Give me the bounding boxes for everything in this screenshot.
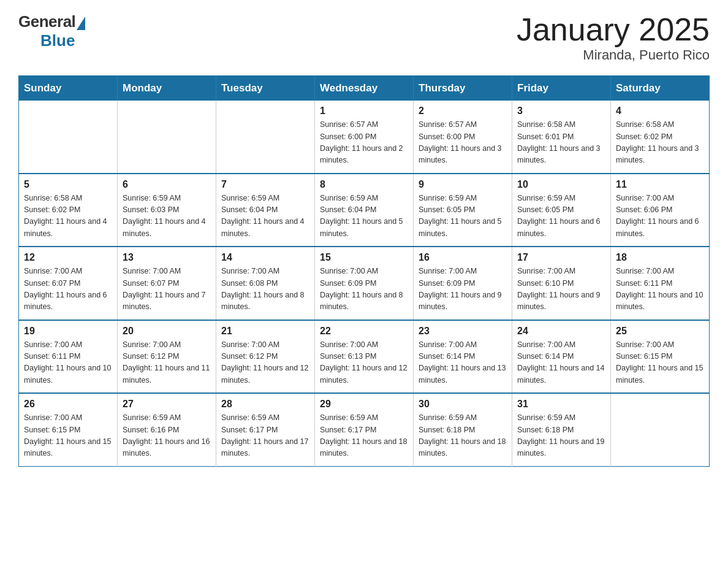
day-number: 9 bbox=[419, 179, 507, 190]
day-number: 26 bbox=[24, 399, 112, 410]
calendar-cell bbox=[216, 101, 315, 174]
day-number: 18 bbox=[616, 252, 704, 263]
calendar-cell bbox=[19, 101, 118, 174]
day-info: Sunrise: 6:59 AMSunset: 6:05 PMDaylight:… bbox=[517, 193, 605, 240]
calendar-week-row: 26Sunrise: 7:00 AMSunset: 6:15 PMDayligh… bbox=[19, 393, 710, 466]
day-info: Sunrise: 7:00 AMSunset: 6:09 PMDaylight:… bbox=[419, 266, 507, 313]
calendar-cell: 24Sunrise: 7:00 AMSunset: 6:14 PMDayligh… bbox=[512, 320, 611, 394]
calendar-cell: 1Sunrise: 6:57 AMSunset: 6:00 PMDaylight… bbox=[315, 101, 414, 174]
day-info: Sunrise: 7:00 AMSunset: 6:15 PMDaylight:… bbox=[24, 412, 112, 460]
day-info: Sunrise: 7:00 AMSunset: 6:07 PMDaylight:… bbox=[24, 266, 112, 313]
day-number: 4 bbox=[616, 105, 704, 117]
logo-blue-text: Blue bbox=[40, 31, 75, 50]
calendar-cell: 18Sunrise: 7:00 AMSunset: 6:11 PMDayligh… bbox=[611, 247, 710, 320]
day-info: Sunrise: 7:00 AMSunset: 6:09 PMDaylight:… bbox=[320, 266, 408, 313]
day-number: 27 bbox=[123, 399, 211, 410]
calendar-cell: 30Sunrise: 6:59 AMSunset: 6:18 PMDayligh… bbox=[414, 393, 512, 466]
weekday-header-saturday: Saturday bbox=[611, 76, 710, 101]
calendar-cell: 3Sunrise: 6:58 AMSunset: 6:01 PMDaylight… bbox=[512, 101, 611, 174]
day-info: Sunrise: 7:00 AMSunset: 6:13 PMDaylight:… bbox=[320, 339, 408, 387]
day-info: Sunrise: 7:00 AMSunset: 6:12 PMDaylight:… bbox=[221, 339, 309, 387]
day-number: 10 bbox=[517, 179, 605, 190]
day-info: Sunrise: 6:59 AMSunset: 6:17 PMDaylight:… bbox=[221, 412, 309, 460]
day-info: Sunrise: 6:59 AMSunset: 6:17 PMDaylight:… bbox=[320, 412, 408, 460]
day-number: 25 bbox=[616, 326, 704, 337]
day-number: 31 bbox=[517, 399, 605, 410]
weekday-header-thursday: Thursday bbox=[414, 76, 512, 101]
day-number: 2 bbox=[419, 105, 507, 117]
day-info: Sunrise: 6:58 AMSunset: 6:02 PMDaylight:… bbox=[24, 193, 112, 240]
calendar-week-row: 5Sunrise: 6:58 AMSunset: 6:02 PMDaylight… bbox=[19, 174, 710, 247]
calendar-cell: 5Sunrise: 6:58 AMSunset: 6:02 PMDaylight… bbox=[19, 174, 118, 247]
weekday-header-sunday: Sunday bbox=[19, 76, 118, 101]
day-number: 8 bbox=[320, 179, 408, 190]
day-number: 7 bbox=[221, 179, 309, 190]
day-info: Sunrise: 6:59 AMSunset: 6:18 PMDaylight:… bbox=[419, 412, 507, 460]
day-number: 1 bbox=[320, 105, 408, 117]
calendar-week-row: 19Sunrise: 7:00 AMSunset: 6:11 PMDayligh… bbox=[19, 320, 710, 394]
calendar-cell: 20Sunrise: 7:00 AMSunset: 6:12 PMDayligh… bbox=[118, 320, 216, 394]
calendar-cell: 31Sunrise: 6:59 AMSunset: 6:18 PMDayligh… bbox=[512, 393, 611, 466]
calendar-week-row: 1Sunrise: 6:57 AMSunset: 6:00 PMDaylight… bbox=[19, 101, 710, 174]
day-number: 14 bbox=[221, 252, 309, 263]
month-year-title: January 2025 bbox=[517, 12, 710, 47]
day-number: 3 bbox=[517, 105, 605, 117]
logo: General Blue bbox=[18, 12, 85, 50]
title-block: January 2025 Miranda, Puerto Rico bbox=[517, 12, 710, 63]
calendar-cell bbox=[611, 393, 710, 466]
weekday-header-tuesday: Tuesday bbox=[216, 76, 315, 101]
calendar-cell: 15Sunrise: 7:00 AMSunset: 6:09 PMDayligh… bbox=[315, 247, 414, 320]
day-info: Sunrise: 7:00 AMSunset: 6:08 PMDaylight:… bbox=[221, 266, 309, 313]
day-info: Sunrise: 7:00 AMSunset: 6:15 PMDaylight:… bbox=[616, 339, 704, 387]
location-subtitle: Miranda, Puerto Rico bbox=[517, 47, 710, 63]
day-info: Sunrise: 6:59 AMSunset: 6:16 PMDaylight:… bbox=[123, 412, 211, 460]
calendar-cell: 14Sunrise: 7:00 AMSunset: 6:08 PMDayligh… bbox=[216, 247, 315, 320]
day-info: Sunrise: 7:00 AMSunset: 6:10 PMDaylight:… bbox=[517, 266, 605, 313]
day-number: 12 bbox=[24, 252, 112, 263]
calendar-cell bbox=[118, 101, 216, 174]
calendar-header-row: SundayMondayTuesdayWednesdayThursdayFrid… bbox=[19, 76, 710, 101]
calendar-cell: 6Sunrise: 6:59 AMSunset: 6:03 PMDaylight… bbox=[118, 174, 216, 247]
calendar-table: SundayMondayTuesdayWednesdayThursdayFrid… bbox=[18, 75, 710, 467]
day-number: 13 bbox=[123, 252, 211, 263]
calendar-cell: 4Sunrise: 6:58 AMSunset: 6:02 PMDaylight… bbox=[611, 101, 710, 174]
day-number: 22 bbox=[320, 326, 408, 337]
day-info: Sunrise: 7:00 AMSunset: 6:07 PMDaylight:… bbox=[123, 266, 211, 313]
day-info: Sunrise: 6:59 AMSunset: 6:05 PMDaylight:… bbox=[419, 193, 507, 240]
logo-triangle-icon bbox=[77, 17, 85, 30]
weekday-header-wednesday: Wednesday bbox=[315, 76, 414, 101]
day-info: Sunrise: 7:00 AMSunset: 6:11 PMDaylight:… bbox=[24, 339, 112, 387]
day-info: Sunrise: 6:59 AMSunset: 6:04 PMDaylight:… bbox=[320, 193, 408, 240]
weekday-header-monday: Monday bbox=[118, 76, 216, 101]
day-info: Sunrise: 7:00 AMSunset: 6:14 PMDaylight:… bbox=[517, 339, 605, 387]
calendar-cell: 29Sunrise: 6:59 AMSunset: 6:17 PMDayligh… bbox=[315, 393, 414, 466]
logo-general-text: General bbox=[18, 12, 75, 31]
day-info: Sunrise: 6:59 AMSunset: 6:04 PMDaylight:… bbox=[221, 193, 309, 240]
day-number: 16 bbox=[419, 252, 507, 263]
day-number: 24 bbox=[517, 326, 605, 337]
day-info: Sunrise: 7:00 AMSunset: 6:12 PMDaylight:… bbox=[123, 339, 211, 387]
weekday-header-friday: Friday bbox=[512, 76, 611, 101]
calendar-cell: 19Sunrise: 7:00 AMSunset: 6:11 PMDayligh… bbox=[19, 320, 118, 394]
calendar-cell: 11Sunrise: 7:00 AMSunset: 6:06 PMDayligh… bbox=[611, 174, 710, 247]
calendar-week-row: 12Sunrise: 7:00 AMSunset: 6:07 PMDayligh… bbox=[19, 247, 710, 320]
day-number: 30 bbox=[419, 399, 507, 410]
calendar-cell: 16Sunrise: 7:00 AMSunset: 6:09 PMDayligh… bbox=[414, 247, 512, 320]
day-number: 5 bbox=[24, 179, 112, 190]
day-number: 6 bbox=[123, 179, 211, 190]
day-info: Sunrise: 7:00 AMSunset: 6:11 PMDaylight:… bbox=[616, 266, 704, 313]
day-info: Sunrise: 6:57 AMSunset: 6:00 PMDaylight:… bbox=[419, 119, 507, 167]
day-info: Sunrise: 6:59 AMSunset: 6:03 PMDaylight:… bbox=[123, 193, 211, 240]
calendar-cell: 28Sunrise: 6:59 AMSunset: 6:17 PMDayligh… bbox=[216, 393, 315, 466]
calendar-cell: 13Sunrise: 7:00 AMSunset: 6:07 PMDayligh… bbox=[118, 247, 216, 320]
calendar-cell: 21Sunrise: 7:00 AMSunset: 6:12 PMDayligh… bbox=[216, 320, 315, 394]
day-info: Sunrise: 7:00 AMSunset: 6:06 PMDaylight:… bbox=[616, 193, 704, 240]
day-info: Sunrise: 6:58 AMSunset: 6:02 PMDaylight:… bbox=[616, 119, 704, 167]
calendar-cell: 8Sunrise: 6:59 AMSunset: 6:04 PMDaylight… bbox=[315, 174, 414, 247]
calendar-cell: 12Sunrise: 7:00 AMSunset: 6:07 PMDayligh… bbox=[19, 247, 118, 320]
calendar-cell: 26Sunrise: 7:00 AMSunset: 6:15 PMDayligh… bbox=[19, 393, 118, 466]
calendar-cell: 22Sunrise: 7:00 AMSunset: 6:13 PMDayligh… bbox=[315, 320, 414, 394]
day-number: 21 bbox=[221, 326, 309, 337]
calendar-cell: 2Sunrise: 6:57 AMSunset: 6:00 PMDaylight… bbox=[414, 101, 512, 174]
page-header: General Blue January 2025 Miranda, Puert… bbox=[18, 12, 710, 63]
